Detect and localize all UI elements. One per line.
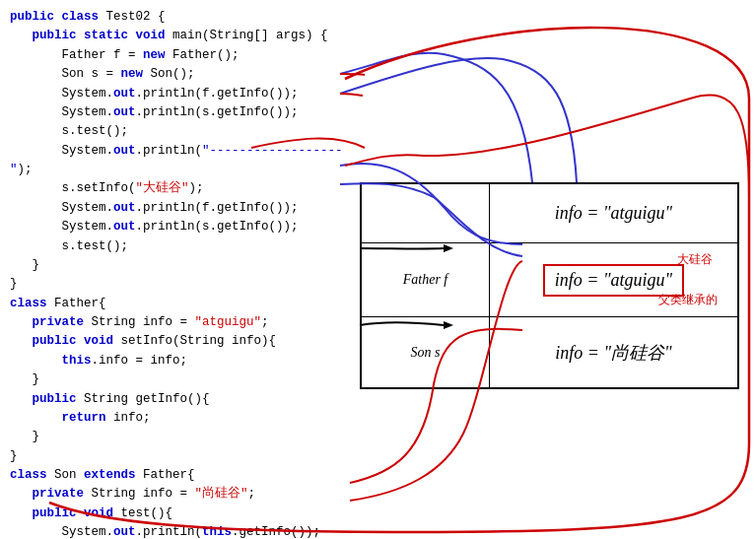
code-line-25: private String info = "尚硅谷"; xyxy=(10,485,355,504)
code-line-20: public String getInfo(){ xyxy=(10,390,355,409)
code-line-19: } xyxy=(10,371,355,389)
diagram-top-row: info = "atguigu" xyxy=(362,184,737,243)
code-line-27: System.out.println(this.getInfo()); xyxy=(10,523,355,539)
son-info-cell: info = "尚硅谷" xyxy=(490,317,737,388)
code-line-26: public void test(){ xyxy=(10,505,355,523)
code-line-8: System.out.println("------------------")… xyxy=(10,142,355,180)
diagram-bottom-row: Son s info = "尚硅谷" xyxy=(362,317,737,388)
son-info-text: info = "尚硅谷" xyxy=(555,341,671,365)
code-line-11: System.out.println(s.getInfo()); xyxy=(10,218,355,236)
code-line-18: this.info = info; xyxy=(10,352,355,371)
code-line-3: Father f = new Father(); xyxy=(10,46,355,65)
father-label-cell: Father f xyxy=(362,243,490,316)
code-line-6: System.out.println(s.getInfo()); xyxy=(10,103,355,122)
code-line-13: } xyxy=(10,256,355,275)
annotation-bottom: 父类继承的 xyxy=(658,292,718,308)
code-line-23: } xyxy=(10,447,355,466)
blue-arrow-1 xyxy=(340,53,532,182)
top-info-text: info = "atguigu" xyxy=(555,203,672,224)
code-line-1: public class Test02 { xyxy=(10,8,355,27)
code-line-21: return info; xyxy=(10,409,355,428)
code-panel: public class Test02 { public static void… xyxy=(0,0,365,539)
code-line-10: System.out.println(f.getInfo()); xyxy=(10,199,355,218)
code-line-7: s.test(); xyxy=(10,122,355,141)
code-line-14: } xyxy=(10,275,355,294)
son-label-cell: Son s xyxy=(362,317,490,388)
code-line-24: class Son extends Father{ xyxy=(10,466,355,485)
son-label: Son s xyxy=(411,345,441,361)
blue-arrow-2 xyxy=(340,58,577,182)
code-line-17: public void setInfo(String info){ xyxy=(10,332,355,351)
diagram-top-left-cell xyxy=(362,184,490,242)
class-diagram: info = "atguigu" Father f info = "atguig… xyxy=(360,182,739,389)
code-line-15: class Father{ xyxy=(10,295,355,313)
father-info-cell: info = "atguigu" 大硅谷 父类继承的 xyxy=(490,243,737,316)
code-line-9: s.setInfo("大硅谷"); xyxy=(10,179,355,198)
diagram-middle-row: Father f info = "atguigu" 大硅谷 父类继承的 xyxy=(362,243,737,317)
code-line-22: } xyxy=(10,428,355,446)
code-line-2: public static void main(String[] args) { xyxy=(10,27,355,45)
code-line-5: System.out.println(f.getInfo()); xyxy=(10,85,355,103)
code-line-4: Son s = new Son(); xyxy=(10,65,355,84)
father-info-text: info = "atguigu" xyxy=(555,270,672,290)
father-label: Father f xyxy=(403,272,448,288)
code-line-16: private String info = "atguigu"; xyxy=(10,313,355,332)
code-line-12: s.test(); xyxy=(10,237,355,256)
annotation-top: 大硅谷 xyxy=(677,251,713,268)
diagram-top-info: info = "atguigu" xyxy=(490,184,737,242)
